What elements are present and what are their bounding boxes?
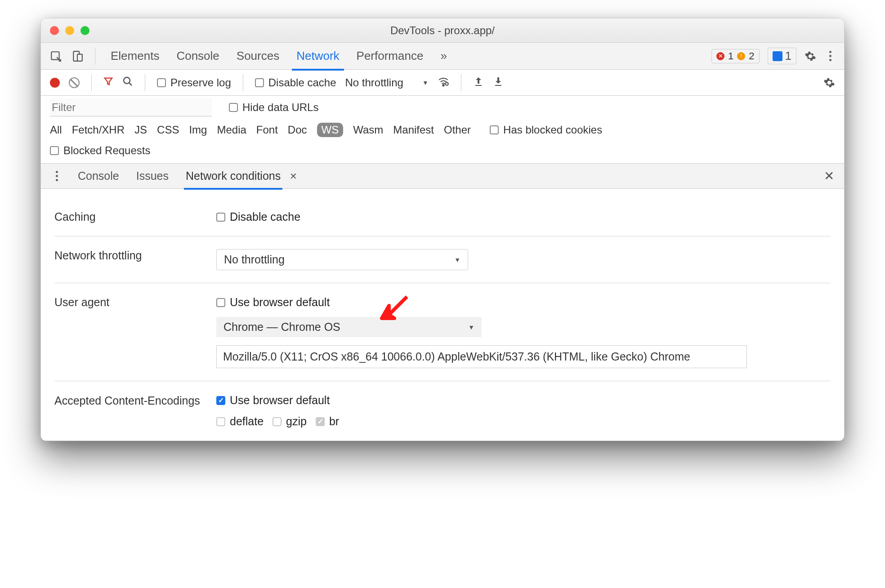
throttling-select[interactable]: No throttling ▼ bbox=[345, 76, 428, 89]
filter-tag-img[interactable]: Img bbox=[189, 124, 207, 136]
hide-data-urls-checkbox[interactable]: Hide data URLs bbox=[229, 101, 318, 114]
warning-icon: ! bbox=[737, 52, 745, 60]
encoding-deflate-checkbox[interactable]: deflate bbox=[216, 415, 264, 428]
tabs-overflow[interactable]: » bbox=[436, 49, 451, 63]
filter-type-tags: All Fetch/XHR JS CSS Img Media Font Doc … bbox=[50, 123, 835, 137]
filter-tag-doc[interactable]: Doc bbox=[288, 124, 307, 136]
search-icon[interactable] bbox=[122, 76, 133, 89]
filter-tag-other[interactable]: Other bbox=[444, 124, 471, 136]
user-agent-select[interactable]: Chrome — Chrome OS ▼ bbox=[216, 317, 482, 337]
blocked-requests-checkbox[interactable]: Blocked Requests bbox=[50, 144, 150, 157]
filter-tag-fetchxhr[interactable]: Fetch/XHR bbox=[72, 124, 125, 136]
disable-cache-checkbox[interactable]: Disable cache bbox=[255, 76, 336, 89]
clear-button[interactable] bbox=[69, 77, 80, 88]
main-menu-kebab-icon[interactable] bbox=[824, 50, 836, 62]
network-throttling-select[interactable]: No throttling ▼ bbox=[216, 249, 468, 270]
filter-icon[interactable] bbox=[103, 76, 113, 89]
encoding-br-checkbox[interactable]: br bbox=[316, 415, 339, 428]
main-tabbar: Elements Console Sources Network Perform… bbox=[41, 43, 844, 70]
record-button[interactable] bbox=[50, 78, 60, 88]
devtools-window: DevTools - proxx.app/ Elements Console S… bbox=[40, 18, 845, 441]
network-settings-gear-icon[interactable] bbox=[823, 77, 835, 89]
svg-rect-2 bbox=[77, 54, 82, 61]
tab-sources[interactable]: Sources bbox=[232, 49, 284, 63]
device-toolbar-icon[interactable] bbox=[71, 49, 84, 63]
tab-console[interactable]: Console bbox=[172, 49, 223, 63]
network-throttling-row: Network throttling No throttling ▼ bbox=[54, 236, 831, 283]
error-warning-badge[interactable]: ✕ 1 ! 2 bbox=[711, 49, 760, 63]
upload-har-icon[interactable] bbox=[473, 76, 484, 89]
dropdown-caret-icon: ▼ bbox=[454, 256, 460, 263]
tab-performance[interactable]: Performance bbox=[352, 49, 428, 63]
settings-gear-icon[interactable] bbox=[805, 50, 816, 62]
dropdown-caret-icon: ▼ bbox=[422, 79, 429, 86]
filter-tag-media[interactable]: Media bbox=[217, 124, 246, 136]
download-har-icon[interactable] bbox=[493, 76, 504, 89]
tab-elements[interactable]: Elements bbox=[106, 49, 164, 63]
issues-count: 1 bbox=[785, 49, 791, 63]
warning-count: 2 bbox=[749, 50, 754, 62]
svg-point-5 bbox=[445, 82, 448, 85]
encodings-use-default-checkbox[interactable]: Use browser default bbox=[216, 394, 330, 407]
user-agent-row: User agent Use browser default Chrome — … bbox=[54, 283, 831, 381]
tab-network[interactable]: Network bbox=[292, 49, 344, 71]
filter-tag-css[interactable]: CSS bbox=[157, 124, 179, 136]
network-throttling-label: Network throttling bbox=[54, 249, 216, 262]
network-conditions-icon[interactable] bbox=[438, 76, 449, 90]
drawer-tab-issues[interactable]: Issues bbox=[134, 169, 170, 183]
caching-row: Caching Disable cache bbox=[54, 198, 831, 236]
close-drawer-icon[interactable]: ✕ bbox=[824, 169, 834, 183]
error-icon: ✕ bbox=[716, 52, 724, 60]
caching-label: Caching bbox=[54, 210, 216, 223]
filter-tag-font[interactable]: Font bbox=[256, 124, 278, 136]
filter-section: Hide data URLs All Fetch/XHR JS CSS Img … bbox=[41, 96, 844, 164]
issues-badge[interactable]: 1 bbox=[768, 48, 796, 64]
user-agent-label: User agent bbox=[54, 296, 216, 309]
network-toolbar: Preserve log Disable cache No throttling… bbox=[41, 70, 844, 96]
inspect-icon[interactable] bbox=[49, 49, 63, 63]
error-count: 1 bbox=[728, 50, 733, 62]
network-conditions-panel: Caching Disable cache Network throttling… bbox=[41, 189, 844, 441]
content-encodings-label: Accepted Content-Encodings bbox=[54, 394, 216, 408]
issues-icon bbox=[773, 51, 782, 61]
drawer-tabbar: Console Issues Network conditions ✕ ✕ bbox=[41, 164, 844, 189]
filter-tag-ws[interactable]: WS bbox=[317, 123, 344, 137]
window-title: DevTools - proxx.app/ bbox=[41, 24, 844, 37]
caching-disable-cache-checkbox[interactable]: Disable cache bbox=[216, 210, 300, 223]
filter-tag-manifest[interactable]: Manifest bbox=[393, 124, 434, 136]
filter-tag-all[interactable]: All bbox=[50, 124, 62, 136]
filter-tag-js[interactable]: JS bbox=[134, 124, 147, 136]
has-blocked-cookies-checkbox[interactable]: Has blocked cookies bbox=[490, 124, 602, 136]
close-drawer-tab-icon[interactable]: ✕ bbox=[290, 171, 297, 182]
filter-input[interactable] bbox=[50, 98, 212, 116]
svg-point-4 bbox=[442, 85, 444, 86]
ua-use-default-checkbox[interactable]: Use browser default bbox=[216, 296, 330, 309]
filter-tag-wasm[interactable]: Wasm bbox=[353, 124, 383, 136]
encoding-gzip-checkbox[interactable]: gzip bbox=[273, 415, 307, 428]
drawer-tab-console[interactable]: Console bbox=[76, 169, 121, 183]
drawer-tab-network-conditions[interactable]: Network conditions bbox=[184, 169, 282, 190]
dropdown-caret-icon: ▼ bbox=[468, 324, 474, 331]
user-agent-string-input[interactable] bbox=[216, 345, 747, 368]
svg-point-3 bbox=[124, 77, 130, 84]
drawer-menu-kebab-icon[interactable] bbox=[51, 170, 63, 182]
preserve-log-checkbox[interactable]: Preserve log bbox=[157, 76, 231, 89]
titlebar: DevTools - proxx.app/ bbox=[41, 18, 844, 43]
content-encodings-row: Accepted Content-Encodings Use browser d… bbox=[54, 381, 831, 441]
